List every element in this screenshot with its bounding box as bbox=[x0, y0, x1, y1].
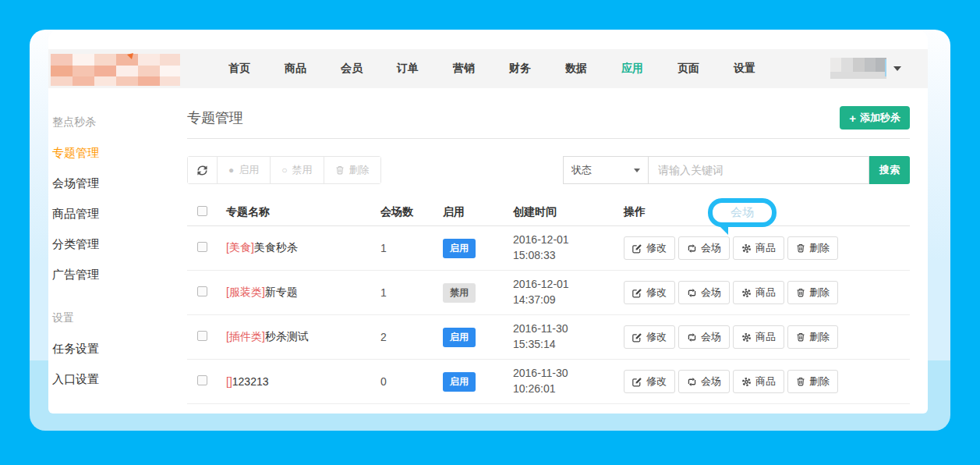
nav-item-marketing[interactable]: 营销 bbox=[453, 62, 475, 76]
add-seckill-button[interactable]: + 添加秒杀 bbox=[840, 106, 910, 130]
user-menu[interactable] bbox=[830, 58, 901, 79]
created-clock: 15:08:33 bbox=[513, 248, 616, 264]
pencil-square-icon bbox=[632, 332, 642, 343]
toolbar: ● 启用 ○ 禁用 删除 bbox=[187, 156, 910, 184]
goods-button[interactable]: 商品 bbox=[733, 236, 784, 260]
gear-icon bbox=[741, 288, 752, 298]
table-header-row: 专题名称 会场数 启用 创建时间 操作 bbox=[187, 198, 910, 226]
keyword-search-input[interactable] bbox=[649, 156, 869, 184]
bulk-enable-button[interactable]: ● 启用 bbox=[218, 157, 271, 183]
sidebar-item-goods-manage[interactable]: 商品管理 bbox=[52, 208, 187, 219]
edit-label: 修改 bbox=[646, 330, 667, 344]
topic-name: 新专题 bbox=[265, 286, 298, 298]
refresh-button[interactable] bbox=[188, 157, 218, 183]
row-checkbox[interactable] bbox=[197, 242, 207, 252]
sidebar-section-seckill: 整点秒杀 bbox=[52, 116, 187, 128]
edit-button[interactable]: 修改 bbox=[624, 325, 675, 349]
search-button[interactable]: 搜索 bbox=[869, 156, 910, 184]
sidebar-item-venue-manage[interactable]: 会场管理 bbox=[52, 177, 187, 189]
row-checkbox[interactable] bbox=[197, 375, 207, 385]
sidebar-item-topic-manage[interactable]: 专题管理 bbox=[52, 147, 187, 158]
created-time-cell: 2016-12-01 15:08:33 bbox=[513, 232, 616, 263]
row-actions: 修改 会场 bbox=[616, 236, 910, 260]
content-layout: 整点秒杀 专题管理 会场管理 商品管理 分类管理 广告管理 设置 任务设置 入口… bbox=[48, 88, 928, 414]
topic-tag: [服装类] bbox=[226, 286, 265, 298]
trash-icon bbox=[796, 377, 805, 386]
status-select[interactable]: 状态 bbox=[563, 156, 649, 184]
topic-name: 美食秒杀 bbox=[254, 241, 298, 254]
venue-count-cell: 1 bbox=[380, 242, 443, 254]
content-header: 专题管理 + 添加秒杀 bbox=[187, 88, 910, 130]
main-card: 首页 商品 会员 订单 营销 财务 数据 应用 页面 设置 整点秒杀 bbox=[48, 30, 928, 414]
gear-icon bbox=[741, 377, 752, 387]
goods-button[interactable]: 商品 bbox=[733, 325, 784, 349]
venue-count-cell: 1 bbox=[380, 286, 443, 299]
sidebar-item-task-settings[interactable]: 任务设置 bbox=[52, 343, 187, 354]
sidebar-gap bbox=[52, 299, 187, 312]
add-seckill-label: 添加秒杀 bbox=[860, 111, 900, 125]
bulk-enable-label: 启用 bbox=[239, 163, 259, 177]
sidebar-item-category-manage[interactable]: 分类管理 bbox=[52, 238, 187, 250]
header-topic-name: 专题名称 bbox=[226, 205, 380, 219]
sidebar-item-entry-settings[interactable]: 入口设置 bbox=[52, 373, 187, 385]
sidebar-item-ad-manage[interactable]: 广告管理 bbox=[52, 268, 187, 280]
gear-icon bbox=[741, 243, 752, 254]
venue-label: 会场 bbox=[701, 286, 721, 300]
nav-item-orders[interactable]: 订单 bbox=[397, 62, 419, 76]
row-checkbox[interactable] bbox=[197, 286, 207, 296]
top-navbar: 首页 商品 会员 订单 营销 财务 数据 应用 页面 设置 bbox=[48, 49, 928, 88]
row-actions: 修改 会场 bbox=[616, 325, 910, 349]
nav-item-apps[interactable]: 应用 bbox=[621, 62, 643, 76]
topic-tag: [插件类] bbox=[226, 330, 265, 343]
goods-label: 商品 bbox=[755, 286, 776, 300]
retweet-icon bbox=[687, 332, 697, 343]
created-date: 2016-12-01 bbox=[513, 232, 616, 248]
nav-item-data[interactable]: 数据 bbox=[565, 62, 587, 76]
header-enabled: 启用 bbox=[443, 205, 513, 219]
venue-label: 会场 bbox=[701, 330, 721, 344]
goods-label: 商品 bbox=[755, 330, 776, 344]
created-date: 2016-12-01 bbox=[513, 277, 616, 293]
retweet-icon bbox=[687, 243, 697, 254]
goods-button[interactable]: 商品 bbox=[733, 281, 784, 304]
logo-blurred bbox=[51, 51, 180, 86]
nav-item-home[interactable]: 首页 bbox=[228, 62, 250, 76]
plus-icon: + bbox=[849, 112, 856, 124]
goods-label: 商品 bbox=[755, 241, 776, 255]
retweet-icon bbox=[687, 377, 697, 387]
select-all-checkbox[interactable] bbox=[197, 206, 207, 216]
edit-label: 修改 bbox=[646, 374, 667, 389]
edit-button[interactable]: 修改 bbox=[624, 370, 675, 393]
status-select-value: 状态 bbox=[571, 163, 592, 177]
header-created-time: 创建时间 bbox=[513, 204, 616, 220]
bulk-delete-button[interactable]: 删除 bbox=[324, 157, 380, 183]
header-venue-count: 会场数 bbox=[380, 205, 443, 219]
trash-icon bbox=[335, 165, 345, 175]
topic-name-cell: [服装类]新专题 bbox=[226, 286, 380, 300]
delete-button[interactable]: 删除 bbox=[787, 370, 838, 393]
nav-item-pages[interactable]: 页面 bbox=[678, 62, 699, 76]
trash-icon bbox=[796, 243, 805, 253]
venue-button[interactable]: 会场 bbox=[678, 370, 730, 393]
venue-button[interactable]: 会场 bbox=[678, 281, 730, 304]
delete-button[interactable]: 删除 bbox=[787, 325, 838, 349]
created-time-cell: 2016-12-01 14:37:09 bbox=[513, 277, 616, 307]
goods-label: 商品 bbox=[755, 374, 776, 389]
edit-button[interactable]: 修改 bbox=[624, 281, 675, 304]
topic-name: 123213 bbox=[232, 375, 269, 388]
venue-button[interactable]: 会场 bbox=[678, 325, 730, 349]
bulk-action-group: ● 启用 ○ 禁用 删除 bbox=[187, 156, 381, 184]
edit-button[interactable]: 修改 bbox=[624, 236, 675, 260]
bulk-disable-button[interactable]: ○ 禁用 bbox=[271, 157, 324, 183]
delete-button[interactable]: 删除 bbox=[787, 281, 838, 304]
row-checkbox[interactable] bbox=[197, 331, 207, 341]
venue-button[interactable]: 会场 bbox=[678, 236, 730, 260]
nav-item-members[interactable]: 会员 bbox=[341, 62, 363, 76]
nav-item-settings[interactable]: 设置 bbox=[734, 62, 755, 76]
table-row: [美食]美食秒杀 1 启用 2016-12-01 15:08:33 bbox=[187, 226, 910, 271]
nav-item-goods[interactable]: 商品 bbox=[285, 62, 306, 76]
nav-item-finance[interactable]: 财务 bbox=[509, 62, 531, 76]
goods-button[interactable]: 商品 bbox=[733, 370, 784, 393]
delete-button[interactable]: 删除 bbox=[787, 236, 838, 260]
gear-icon bbox=[741, 332, 752, 343]
